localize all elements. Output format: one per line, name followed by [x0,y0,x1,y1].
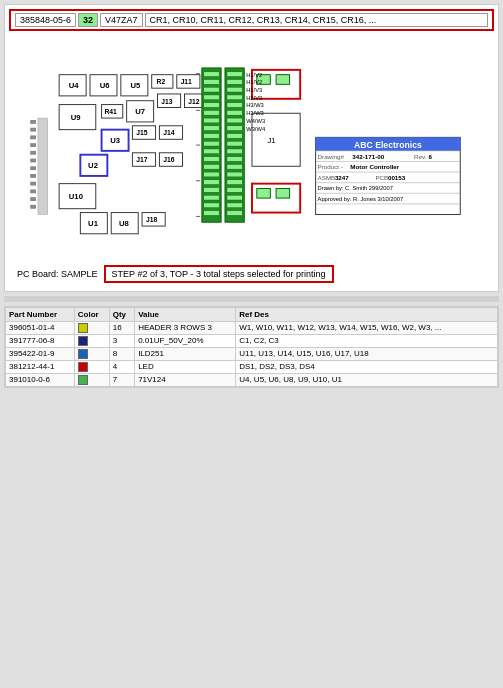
svg-rect-13 [30,205,36,209]
col-refs: Ref Des [236,308,498,322]
svg-text:Motor Controller: Motor Controller [350,163,400,170]
cell-part: 381212-44-1 [6,361,75,374]
svg-rect-10 [30,182,36,186]
svg-text:J17: J17 [136,156,147,163]
svg-text:Rev.: Rev. [414,153,427,160]
svg-text:J16: J16 [163,156,174,163]
svg-text:U2: U2 [88,161,98,170]
svg-text:H3/W3: H3/W3 [246,102,264,108]
svg-rect-73 [204,211,219,216]
cell-value: LED [135,361,236,374]
svg-rect-8 [30,166,36,170]
svg-text:U5: U5 [130,81,141,90]
cell-color [74,348,109,361]
cell-qty: 8 [109,348,134,361]
cris-list: CR1, CR10, CR11, CR12, CR13, CR14, CR15,… [145,13,488,27]
cell-color [74,374,109,387]
col-color: Color [74,308,109,322]
svg-rect-79 [227,103,242,108]
svg-rect-87 [227,164,242,169]
cell-value: HEADER 3 ROWS 3 [135,322,236,335]
svg-text:W3/W4: W3/W4 [246,126,266,132]
cell-color [74,361,109,374]
svg-rect-84 [227,141,242,146]
table-row: 391777-06-830.01UF_50V_20%C1, C2, C3 [6,335,498,348]
svg-rect-93 [227,211,242,216]
svg-text:Drawing#: Drawing# [318,153,345,160]
bom-section: Part Number Color Qty Value Ref Des 3960… [4,306,499,388]
svg-rect-90 [227,187,242,192]
svg-rect-88 [227,172,242,177]
svg-rect-80 [227,110,242,115]
svg-text:ASMB: ASMB [318,174,336,181]
part-number: 385848-05-6 [15,13,76,27]
table-row: 395422-01-98ILD251U11, U13, U14, U15, U1… [6,348,498,361]
svg-text:342-171-00: 342-171-00 [352,153,384,160]
main-container: 385848-05-6 32 V47ZA7 CR1, CR10, CR11, C… [0,4,503,388]
svg-rect-86 [227,157,242,162]
svg-rect-65 [204,149,219,154]
cell-color [74,322,109,335]
cell-qty: 3 [109,335,134,348]
svg-text:H3/W3: H3/W3 [246,110,264,116]
col-value: Value [135,308,236,322]
color-swatch [78,336,88,346]
svg-text:H1/V3: H1/V3 [246,87,262,93]
quantity: 32 [78,13,98,27]
schematic-svg: U4 U6 U5 R2 J11 U9 R41 [9,37,494,257]
color-swatch [78,323,88,333]
svg-text:U4: U4 [69,81,80,90]
step-label: STEP #2 of 3, TOP - 3 total steps select… [104,265,334,283]
cell-value: 0.01UF_50V_20% [135,335,236,348]
svg-rect-55 [204,72,219,77]
ref-value: V47ZA7 [100,13,143,27]
svg-text:6: 6 [428,153,432,160]
svg-rect-68 [204,172,219,177]
svg-text:H1/V2: H1/V2 [246,72,262,78]
svg-rect-2 [30,120,36,124]
cell-part: 391010-0-6 [6,374,75,387]
svg-rect-91 [227,195,242,200]
svg-rect-92 [227,203,242,208]
svg-rect-81 [227,118,242,123]
svg-text:ABC Electronics: ABC Electronics [354,140,422,150]
svg-text:H2/V3: H2/V3 [246,95,262,101]
svg-rect-76 [227,80,242,85]
svg-rect-85 [227,149,242,154]
svg-text:H1/V2: H1/V2 [246,79,262,85]
col-qty: Qty [109,308,134,322]
svg-rect-1 [38,118,48,214]
cell-refs: DS1, DS2, DS3, DS4 [236,361,498,374]
svg-text:R2: R2 [157,78,166,85]
svg-rect-72 [204,203,219,208]
section-divider [4,296,499,302]
cell-part: 391777-06-8 [6,335,75,348]
svg-rect-7 [30,159,36,163]
svg-text:00153: 00153 [388,174,406,181]
svg-rect-96 [276,75,289,85]
svg-text:PCB: PCB [375,174,388,181]
schematic-section: 385848-05-6 32 V47ZA7 CR1, CR10, CR11, C… [4,4,499,292]
svg-text:W4/W3: W4/W3 [246,118,265,124]
table-row: 396051-01-416HEADER 3 ROWS 3W1, W10, W11… [6,322,498,335]
svg-text:R41: R41 [104,108,117,115]
svg-text:J15: J15 [136,129,147,136]
color-swatch [78,349,88,359]
color-swatch [78,375,88,385]
svg-text:Product -: Product - [318,163,343,170]
schematic-diagram: U4 U6 U5 R2 J11 U9 R41 [9,37,494,257]
svg-text:J13: J13 [161,98,172,105]
step-label-area: PC Board: SAMPLE STEP #2 of 3, TOP - 3 t… [9,261,494,287]
svg-rect-100 [257,188,270,198]
svg-rect-62 [204,126,219,131]
svg-rect-11 [30,189,36,193]
svg-text:U1: U1 [88,219,99,228]
cell-color [74,335,109,348]
svg-rect-101 [276,188,289,198]
svg-rect-66 [204,157,219,162]
svg-text:U3: U3 [110,136,120,145]
svg-text:J11: J11 [181,78,192,85]
svg-rect-60 [204,110,219,115]
svg-text:J12: J12 [188,98,199,105]
svg-text:U8: U8 [119,219,130,228]
